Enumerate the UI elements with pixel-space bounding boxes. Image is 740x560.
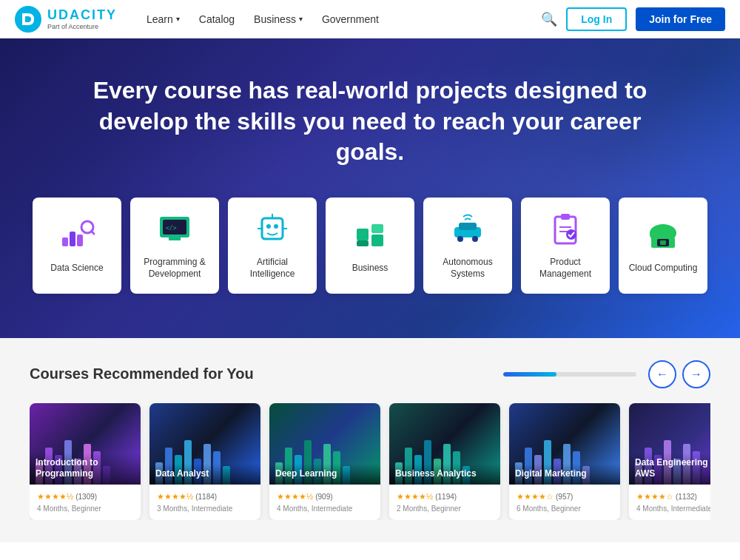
course-card[interactable]: Data Analyst ★★★★½ (1184) 3 Months, Inte… — [149, 403, 260, 520]
next-arrow-button[interactable]: → — [682, 360, 710, 388]
course-card[interactable]: Digital Marketing ★★★★☆ (957) 6 Months, … — [509, 403, 620, 520]
svg-line-5 — [92, 232, 95, 235]
category-icon: </> — [157, 211, 192, 249]
courses-section: Courses Recommended for You ← → Introduc… — [0, 338, 740, 542]
nav-links: Learn ▾ Catalog Business ▾ Government — [139, 9, 541, 30]
category-icon — [59, 217, 95, 255]
course-thumbnail: Digital Marketing — [509, 403, 620, 485]
login-button[interactable]: Log In — [566, 7, 627, 31]
category-icon — [645, 217, 681, 255]
course-meta: 6 Months, Beginner — [517, 505, 613, 513]
course-card-title: Data Engineering with AWS — [629, 453, 710, 485]
svg-rect-21 — [459, 223, 477, 230]
category-label: Programming & Development — [138, 257, 212, 280]
review-count: (1309) — [75, 493, 97, 501]
scroll-progress-fill — [503, 372, 556, 377]
category-icon — [352, 217, 388, 255]
category-icon — [450, 211, 485, 249]
category-grid: Data Science </> Programming & Developme… — [30, 198, 710, 294]
category-label: Product Management — [528, 257, 602, 280]
course-meta: 4 Months, Intermediate — [636, 505, 710, 513]
category-card-artificial-intelligence[interactable]: Artificial Intelligence — [228, 198, 317, 294]
svg-rect-16 — [357, 229, 369, 240]
course-thumbnail: Data Engineering with AWS — [629, 403, 710, 485]
course-card[interactable]: Deep Learning ★★★★½ (909) 4 Months, Inte… — [269, 403, 380, 520]
hero-section: Every course has real-world projects des… — [0, 38, 740, 338]
join-button[interactable]: Join for Free — [636, 7, 725, 31]
course-card-title: Digital Marketing — [509, 464, 620, 485]
nav-arrows: ← → — [648, 360, 710, 388]
course-thumbnail: Introduction to Programming — [30, 403, 141, 485]
svg-point-12 — [274, 224, 278, 229]
svg-rect-9 — [169, 237, 181, 240]
course-rating: ★★★★☆ (1132) — [636, 492, 710, 502]
svg-text:</>: </> — [166, 225, 177, 232]
svg-point-0 — [15, 6, 41, 33]
svg-point-23 — [472, 236, 478, 242]
nav-item-business[interactable]: Business ▾ — [246, 9, 310, 30]
course-card[interactable]: Business Analytics ★★★★½ (1194) 2 Months… — [389, 403, 500, 520]
category-card-data-science[interactable]: Data Science — [33, 198, 121, 294]
logo[interactable]: UDACITY Part of Accenture — [15, 6, 117, 33]
chevron-down-icon: ▾ — [299, 15, 303, 23]
course-thumbnail: Business Analytics — [389, 403, 500, 485]
course-meta: 4 Months, Intermediate — [277, 505, 373, 513]
category-card-business[interactable]: Business — [326, 198, 414, 294]
course-rating: ★★★★½ (1184) — [157, 492, 253, 502]
review-count: (1184) — [195, 493, 217, 501]
svg-point-22 — [457, 236, 463, 242]
section-title: Courses Recommended for You — [30, 365, 491, 382]
course-info: ★★★★☆ (957) 6 Months, Beginner — [509, 485, 620, 520]
prev-arrow-button[interactable]: ← — [648, 360, 676, 388]
nav-right: 🔍 Log In Join for Free — [541, 7, 725, 31]
course-card[interactable]: Introduction to Programming ★★★★½ (1309)… — [30, 403, 141, 520]
course-meta: 3 Months, Intermediate — [157, 505, 253, 513]
category-icon — [548, 211, 583, 249]
nav-item-government[interactable]: Government — [314, 9, 386, 30]
stars-icon: ★★★★½ — [277, 492, 313, 502]
svg-rect-3 — [77, 235, 83, 246]
course-card-title: Introduction to Programming — [30, 453, 141, 485]
svg-point-4 — [81, 221, 93, 233]
category-card-product-management[interactable]: Product Management — [521, 198, 610, 294]
category-label: Business — [352, 263, 388, 274]
review-count: (957) — [556, 493, 573, 501]
svg-rect-17 — [357, 240, 369, 246]
review-count: (909) — [315, 493, 332, 501]
logo-brand: UDACITY — [47, 7, 117, 23]
category-icon — [255, 211, 290, 249]
course-rating: ★★★★½ (1194) — [397, 492, 493, 502]
category-card-cloud-computing[interactable]: Cloud Computing — [619, 198, 707, 294]
nav-item-learn[interactable]: Learn ▾ — [139, 9, 187, 30]
svg-rect-2 — [70, 232, 75, 246]
category-label: Cloud Computing — [629, 263, 698, 274]
chevron-down-icon: ▾ — [176, 15, 180, 23]
review-count: (1132) — [676, 493, 697, 501]
course-info: ★★★★½ (1194) 2 Months, Beginner — [389, 485, 500, 520]
category-card-autonomous-systems[interactable]: Autonomous Systems — [423, 198, 512, 294]
scroll-progress — [503, 372, 636, 377]
logo-sub: Part of Accenture — [47, 23, 117, 30]
hero-title: Every course has real-world projects des… — [74, 75, 666, 168]
category-card-programming-&-development[interactable]: </> Programming & Development — [130, 198, 219, 294]
course-card-title: Deep Learning — [269, 464, 380, 485]
category-label: Data Science — [50, 263, 103, 274]
course-rating: ★★★★½ (1309) — [37, 492, 133, 502]
course-rating: ★★★★½ (909) — [277, 492, 373, 502]
nav-item-catalog[interactable]: Catalog — [192, 9, 242, 30]
course-card-title: Business Analytics — [389, 464, 500, 485]
course-info: ★★★★½ (1184) 3 Months, Intermediate — [149, 485, 260, 520]
category-label: Artificial Intelligence — [235, 257, 309, 280]
search-button[interactable]: 🔍 — [541, 11, 557, 27]
course-rating: ★★★★☆ (957) — [517, 492, 613, 502]
svg-rect-10 — [262, 218, 283, 239]
course-card[interactable]: Data Engineering with AWS ★★★★☆ (1132) 4… — [629, 403, 710, 520]
category-label: Autonomous Systems — [431, 257, 505, 280]
course-grid: Introduction to Programming ★★★★½ (1309)… — [30, 403, 710, 520]
course-info: ★★★★☆ (1132) 4 Months, Intermediate — [629, 485, 710, 520]
review-count: (1194) — [435, 493, 457, 501]
stars-icon: ★★★★½ — [397, 492, 433, 502]
svg-point-28 — [566, 229, 576, 240]
course-meta: 2 Months, Beginner — [397, 505, 493, 513]
section-header: Courses Recommended for You ← → — [30, 360, 710, 388]
